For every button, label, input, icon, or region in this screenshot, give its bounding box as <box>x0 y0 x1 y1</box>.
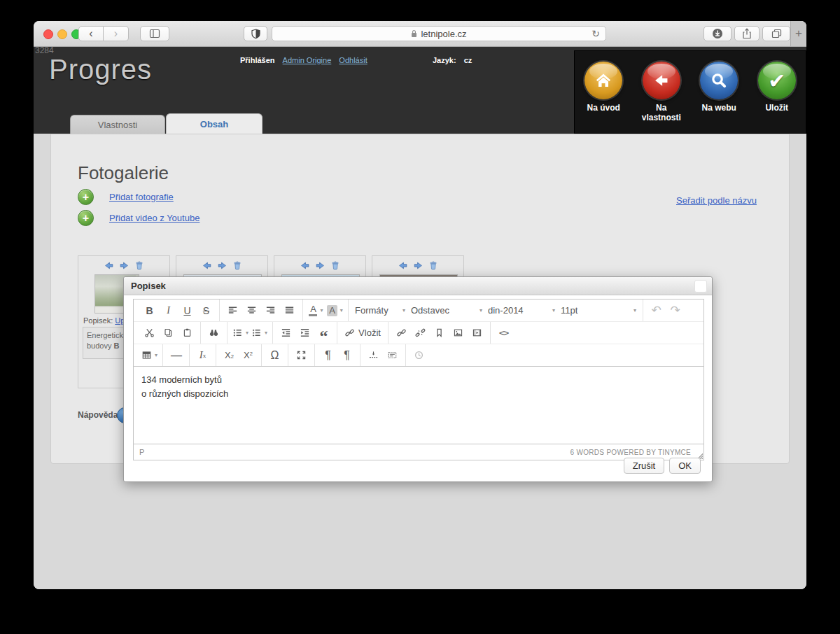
indent-button[interactable] <box>296 324 314 341</box>
italic-button[interactable]: I <box>160 302 177 319</box>
superscript-button[interactable]: X2 <box>239 346 257 364</box>
redo-button[interactable]: ↷ <box>666 302 684 319</box>
save-button-label: Uložit <box>765 104 788 113</box>
paragraph-ltr-button[interactable]: ¶ <box>319 346 337 364</box>
move-left-icon[interactable] <box>201 260 213 272</box>
find-replace-button[interactable] <box>205 324 223 341</box>
add-video-plus-icon[interactable]: + <box>78 210 94 226</box>
chevron-down-icon: ▾ <box>552 307 555 314</box>
table-button[interactable]: ▾ <box>141 346 158 364</box>
sort-by-name-link[interactable]: Seřadit podle názvu <box>676 195 757 206</box>
ok-button[interactable]: OK <box>669 458 701 474</box>
cancel-button[interactable]: Zrušit <box>624 458 665 474</box>
browser-titlebar: ‹ › letnipole.cz ↻ + <box>34 21 806 47</box>
block-format-dropdown[interactable]: Odstavec▾ <box>408 302 485 319</box>
move-right-icon[interactable] <box>216 260 228 272</box>
session-info: Přihlášen Admin Origine Odhlásit <box>240 56 368 64</box>
insert-link-button[interactable]: Vložit <box>342 324 384 341</box>
align-center-button[interactable] <box>243 302 260 319</box>
undo-button[interactable]: ↶ <box>648 302 665 319</box>
fullscreen-button[interactable] <box>293 346 310 364</box>
share-button[interactable] <box>734 26 760 41</box>
delete-icon[interactable] <box>330 260 341 272</box>
outdent-button[interactable] <box>277 324 295 341</box>
strikethrough-button[interactable]: S <box>197 302 215 319</box>
bullet-list-button[interactable]: ▾ <box>232 324 249 341</box>
sidebar-icon <box>149 29 160 38</box>
help-label: Nápověda <box>78 410 118 420</box>
page-break-button[interactable] <box>365 346 382 364</box>
tab-vlastnosti[interactable]: Vlastnosti <box>70 115 165 134</box>
home-button[interactable]: Na úvod <box>575 62 631 133</box>
move-right-icon[interactable] <box>314 260 326 272</box>
move-left-icon[interactable] <box>103 260 115 272</box>
logout-link[interactable]: Odhlásit <box>339 56 367 64</box>
formats-dropdown[interactable]: Formáty▾ <box>352 302 408 319</box>
clear-formatting-button[interactable]: Ix <box>194 346 211 364</box>
add-photo-plus-icon[interactable]: + <box>78 189 94 205</box>
new-tab-button[interactable]: + <box>790 21 806 46</box>
align-right-button[interactable] <box>262 302 279 319</box>
sidebar-toggle-button[interactable] <box>140 26 169 41</box>
move-right-icon[interactable] <box>412 260 424 272</box>
url-text: letnipole.cz <box>421 29 466 39</box>
tab-obsah-label: Obsah <box>200 119 228 129</box>
add-video-link[interactable]: Přidat video z Youtube <box>109 213 200 223</box>
delete-icon[interactable] <box>428 260 439 272</box>
tab-overview-button[interactable] <box>762 26 790 41</box>
downloads-button[interactable] <box>704 26 732 41</box>
user-profile-link[interactable]: Admin Origine <box>283 56 332 64</box>
special-character-button[interactable]: Ω <box>266 346 284 364</box>
back-to-properties-button[interactable]: Na vlastnosti <box>634 62 690 133</box>
font-size-dropdown[interactable]: 11pt▾ <box>558 302 639 319</box>
reload-button[interactable]: ↻ <box>592 28 600 39</box>
move-left-icon[interactable] <box>299 260 311 272</box>
text-color-button[interactable]: A ▾ <box>307 302 325 319</box>
editor-content[interactable]: 134 moderních bytů o různých dispozicích <box>134 367 704 444</box>
paragraph-rtl-button[interactable]: ¶ <box>338 346 356 364</box>
save-button[interactable]: ✔ Uložit <box>749 62 805 133</box>
chevron-down-icon: ▾ <box>265 330 267 336</box>
tab-obsah[interactable]: Obsah <box>166 113 262 134</box>
browser-back-button[interactable]: ‹ <box>78 26 104 41</box>
align-left-button[interactable] <box>224 302 241 319</box>
move-right-icon[interactable] <box>118 260 130 272</box>
address-bar[interactable]: letnipole.cz ↻ <box>272 26 606 41</box>
move-left-icon[interactable] <box>397 260 409 272</box>
privacy-shield-button[interactable] <box>244 26 267 41</box>
delete-icon[interactable] <box>134 260 145 272</box>
language-value[interactable]: cz <box>464 56 472 64</box>
paste-button[interactable] <box>178 324 196 341</box>
insert-media-button[interactable] <box>468 324 486 341</box>
restore-draft-button[interactable] <box>410 346 428 364</box>
anchor-button[interactable] <box>430 324 448 341</box>
view-on-web-button[interactable]: Na webu <box>691 62 747 133</box>
subscript-button[interactable]: X2 <box>220 346 238 364</box>
blockquote-button[interactable]: “ <box>315 327 332 345</box>
add-photo-link[interactable]: Přidat fotografie <box>109 192 174 202</box>
delete-icon[interactable] <box>232 260 243 272</box>
language-selector: Jazyk: cz <box>433 56 472 64</box>
numbered-list-button[interactable]: ▾ <box>251 324 268 341</box>
insert-image-button[interactable] <box>449 324 467 341</box>
background-color-button[interactable]: A ▾ <box>326 302 344 319</box>
close-window-button[interactable] <box>43 29 53 39</box>
underline-button[interactable]: U <box>178 302 196 319</box>
copy-button[interactable] <box>160 324 177 341</box>
cut-button[interactable] <box>141 324 158 341</box>
template-button[interactable] <box>384 346 401 364</box>
align-justify-button[interactable] <box>281 302 298 319</box>
unlink-button[interactable] <box>412 324 429 341</box>
source-code-button[interactable]: <> <box>495 324 512 341</box>
link-icon <box>344 327 355 338</box>
dialog-close-button[interactable] <box>694 280 707 293</box>
tab-vlastnosti-label: Vlastnosti <box>98 120 137 130</box>
chevron-down-icon: ▾ <box>320 307 323 314</box>
font-family-dropdown[interactable]: din-2014▾ <box>485 302 558 319</box>
browser-forward-button[interactable]: › <box>104 26 129 41</box>
horizontal-rule-button[interactable]: — <box>167 346 185 364</box>
bold-button[interactable]: B <box>141 302 158 319</box>
link-button[interactable] <box>393 324 410 341</box>
minimize-window-button[interactable] <box>57 29 67 39</box>
dialog-titlebar[interactable]: Popisek <box>124 277 712 295</box>
